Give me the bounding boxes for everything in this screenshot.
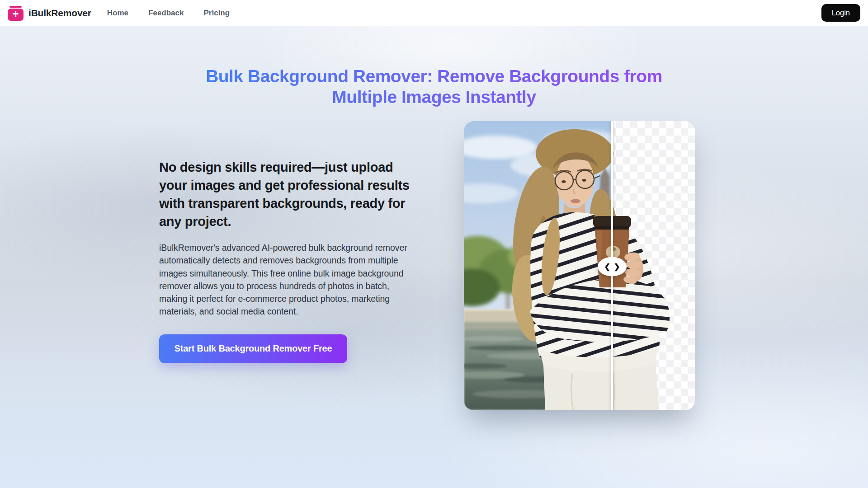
start-free-button[interactable]: Start Bulk Background Remover Free xyxy=(159,334,347,363)
page-title-line-2: Multiple Images Instantly xyxy=(0,87,868,108)
landing-page: + iBulkRemover Home Feedback Pricing Log… xyxy=(0,0,868,488)
page-title-line-1: Bulk Background Remover: Remove Backgrou… xyxy=(0,66,868,87)
brand-name: iBulkRemover xyxy=(28,8,91,19)
hero-subtitle: No design skills required—just upload yo… xyxy=(159,158,415,230)
login-button[interactable]: Login xyxy=(821,4,860,22)
comparison-photo xyxy=(464,121,695,410)
plus-icon: + xyxy=(12,9,19,19)
brand-logo[interactable]: + iBulkRemover xyxy=(8,5,91,21)
nav-item-pricing[interactable]: Pricing xyxy=(204,9,230,18)
hero-text-column: No design skills required—just upload yo… xyxy=(159,158,415,363)
hero-description: iBulkRemover's advanced AI-powered bulk … xyxy=(159,241,415,318)
logo-icon: + xyxy=(8,9,24,21)
comparison-slider-handle[interactable]: ❮ ❯ xyxy=(598,257,627,277)
nav-item-home[interactable]: Home xyxy=(107,9,128,18)
main-nav: Home Feedback Pricing xyxy=(107,9,230,18)
before-after-comparison-card: ❮ ❯ xyxy=(464,121,695,410)
top-navigation-bar: + iBulkRemover Home Feedback Pricing Log… xyxy=(0,0,868,26)
page-title: Bulk Background Remover: Remove Backgrou… xyxy=(0,66,868,108)
chevron-left-icon: ❮ xyxy=(604,263,610,271)
nav-item-feedback[interactable]: Feedback xyxy=(148,9,184,18)
chevron-right-icon: ❯ xyxy=(614,263,620,271)
subject-lips xyxy=(571,199,580,203)
